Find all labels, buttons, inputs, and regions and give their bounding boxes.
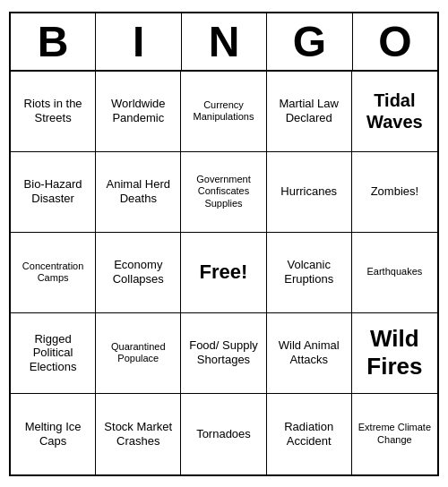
header-o: O: [353, 13, 437, 70]
bingo-cell-6: Animal Herd Deaths: [96, 152, 181, 233]
bingo-cell-17: Food/ Supply Shortages: [181, 313, 266, 394]
bingo-cell-22: Tornadoes: [181, 394, 266, 474]
bingo-cell-3: Martial Law Declared: [267, 72, 352, 152]
bingo-cell-13: Volcanic Eruptions: [267, 233, 352, 313]
bingo-cell-10: Concentration Camps: [11, 233, 96, 313]
bingo-cell-23: Radiation Accident: [267, 394, 352, 474]
bingo-cell-0: Riots in the Streets: [11, 72, 96, 152]
bingo-cell-24: Extreme Climate Change: [352, 394, 437, 474]
bingo-cell-21: Stock Market Crashes: [96, 394, 181, 474]
bingo-card: B I N G O Riots in the StreetsWorldwide …: [9, 12, 439, 476]
bingo-grid: Riots in the StreetsWorldwide PandemicCu…: [11, 72, 437, 474]
bingo-cell-1: Worldwide Pandemic: [96, 72, 181, 152]
bingo-cell-12: Free!: [181, 233, 266, 313]
header-b: B: [11, 13, 96, 70]
bingo-cell-20: Melting Ice Caps: [11, 394, 96, 474]
bingo-cell-15: Rigged Political Elections: [11, 313, 96, 394]
header-i: I: [96, 13, 181, 70]
bingo-header: B I N G O: [11, 13, 437, 72]
bingo-cell-5: Bio-Hazard Disaster: [11, 152, 96, 233]
header-n: N: [182, 13, 267, 70]
bingo-cell-11: Economy Collapses: [96, 233, 181, 313]
bingo-cell-19: Wild Fires: [352, 313, 437, 394]
bingo-cell-18: Wild Animal Attacks: [267, 313, 352, 394]
bingo-cell-8: Hurricanes: [267, 152, 352, 233]
bingo-cell-4: Tidal Waves: [352, 72, 437, 152]
bingo-cell-7: Government Confiscates Supplies: [181, 152, 266, 233]
bingo-cell-9: Zombies!: [352, 152, 437, 233]
bingo-cell-16: Quarantined Populace: [96, 313, 181, 394]
header-g: G: [267, 13, 352, 70]
bingo-cell-2: Currency Manipulations: [181, 72, 266, 152]
bingo-cell-14: Earthquakes: [352, 233, 437, 313]
